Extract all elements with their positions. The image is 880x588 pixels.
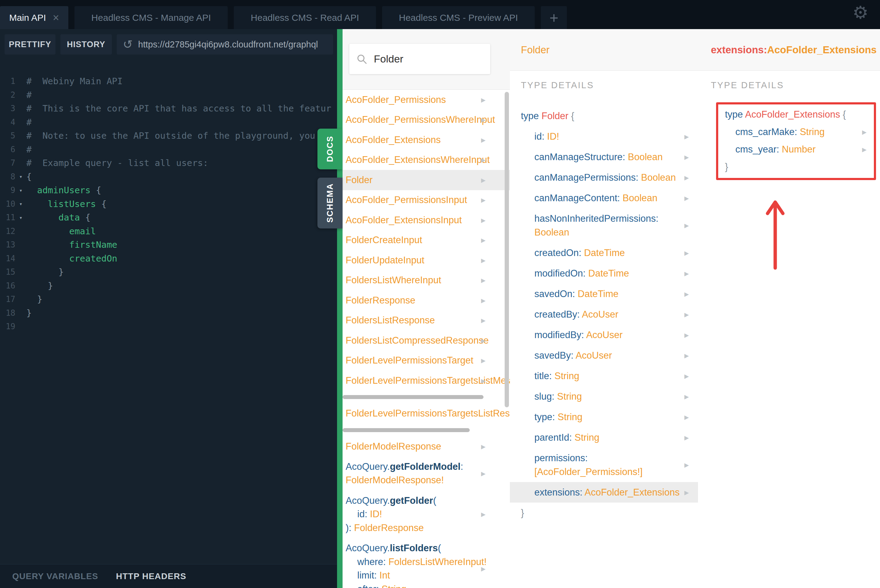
code-line[interactable]: 1# Webiny Main API (0, 74, 337, 88)
code-line[interactable]: 13 firstName (0, 238, 337, 252)
docs-list-item[interactable]: AcoFolder_PermissionsInput▶ (342, 190, 510, 210)
docs-list-item[interactable]: AcoQuery.listFolders(where: FoldersListW… (342, 538, 510, 588)
docs-side-tab[interactable]: DOCS (317, 129, 342, 170)
docs-list-item[interactable]: FolderCreateInput▶ (342, 230, 510, 250)
horizontal-scrollbar[interactable] (342, 423, 510, 436)
docs-list-item[interactable]: FoldersListResponse▶ (342, 310, 510, 331)
code-line[interactable]: 9▾ adminUsers { (0, 183, 337, 197)
code-line[interactable]: 16 } (0, 279, 337, 293)
api-tab[interactable]: Headless CMS - Read API (234, 6, 375, 29)
type-field-row[interactable]: type AcoFolder_Extensions { (718, 106, 874, 123)
prettify-button[interactable]: PRETTIFY (5, 34, 56, 54)
docs-vertical-scrollbar[interactable] (505, 92, 509, 407)
add-tab-button[interactable]: + (541, 6, 567, 29)
api-tab[interactable]: Main API× (0, 6, 68, 29)
docs-list-item[interactable]: AcoFolder_ExtensionsInput▶ (342, 210, 510, 230)
query-code-area[interactable]: 1# Webiny Main API2#3# This is the core … (0, 74, 337, 333)
line-number: 4 (0, 118, 15, 127)
query-editor-pane: PRETTIFY HISTORY ↺ 1# Webiny Main API2#3… (0, 29, 337, 588)
type-field-row[interactable]: type: String▶ (510, 407, 698, 427)
type-field-row[interactable]: modifiedOn: DateTime▶ (510, 263, 698, 284)
type-field-row[interactable]: type Folder { (510, 106, 698, 126)
docs-list-item[interactable]: FolderModelResponse▶ (342, 436, 510, 457)
type-field-row[interactable]: savedOn: DateTime▶ (510, 284, 698, 304)
type-field-row[interactable]: createdOn: DateTime▶ (510, 243, 698, 263)
code-line[interactable]: 10▾ listUsers { (0, 197, 337, 211)
docs-list-item[interactable]: FolderLevelPermissionsTargetsListRespo (342, 404, 510, 424)
docs-list-item[interactable]: FolderUpdateInput▶ (342, 250, 510, 270)
type-field-row[interactable]: slug: String▶ (510, 386, 698, 407)
code-line[interactable]: 5# Note: to use the API outside of the p… (0, 129, 337, 143)
docs-list-item[interactable]: FolderLevelPermissionsTarget▶ (342, 351, 510, 371)
type-field-row[interactable]: createdBy: AcoUser▶ (510, 304, 698, 325)
horizontal-scrollbar-thumb[interactable] (342, 395, 484, 399)
docs-list-item[interactable]: AcoFolder_Extensions▶ (342, 130, 510, 150)
query-variables-tab[interactable]: QUERY VARIABLES (12, 572, 98, 581)
horizontal-scrollbar-thumb[interactable] (342, 428, 470, 432)
type-field-row[interactable]: extensions: AcoFolder_Extensions▶ (510, 482, 698, 502)
code-line[interactable]: 7# Example query - list all users: (0, 156, 337, 170)
line-number: 1 (0, 76, 15, 86)
panel-divider[interactable] (337, 29, 342, 588)
docs-search-input[interactable] (373, 52, 483, 65)
type-field-row[interactable]: title: String▶ (510, 366, 698, 386)
docs-list-item[interactable]: AcoQuery.getFolder(id: ID!): FolderRespo… (342, 490, 510, 538)
horizontal-scrollbar[interactable] (342, 391, 510, 404)
type-field-row[interactable]: canManageStructure: Boolean▶ (510, 147, 698, 167)
type-field-row[interactable]: canManagePermissions: Boolean▶ (510, 167, 698, 188)
code-text: } (26, 280, 337, 291)
code-line[interactable]: 11▾ data { (0, 211, 337, 225)
code-line[interactable]: 2# (0, 88, 337, 102)
docs-list-item[interactable]: Folder▶ (342, 170, 510, 190)
type-field-row[interactable]: } (510, 502, 698, 523)
type-field-row[interactable]: } (718, 158, 874, 176)
endpoint-url-input[interactable] (138, 39, 327, 50)
code-line[interactable]: 6# (0, 143, 337, 156)
api-tab[interactable]: Headless CMS - Preview API (382, 6, 535, 29)
api-tab-label: Headless CMS - Manage API (91, 12, 211, 23)
type-field-row[interactable]: cms_year: Number▶ (718, 141, 874, 158)
code-line[interactable]: 19 (0, 320, 337, 333)
code-line[interactable]: 8▾{ (0, 170, 337, 184)
code-line[interactable]: 17 } (0, 292, 337, 306)
history-button[interactable]: HISTORY (60, 34, 112, 54)
type-field-row[interactable]: hasNonInheritedPermissions:Boolean▶ (510, 208, 698, 243)
docs-list-item[interactable]: FolderResponse▶ (342, 290, 510, 310)
docs-list-item[interactable]: FoldersListWhereInput▶ (342, 270, 510, 291)
folder-panel-title: Folder (510, 29, 698, 71)
tab-bar: Main API×Headless CMS - Manage APIHeadle… (0, 0, 880, 29)
docs-list-item[interactable]: AcoQuery.getFolderModel:FolderModelRespo… (342, 457, 510, 490)
refresh-icon[interactable]: ↺ (123, 39, 133, 50)
api-tab[interactable]: Headless CMS - Manage API (74, 6, 228, 29)
schema-side-tab[interactable]: SCHEMA (317, 178, 342, 228)
type-field-row[interactable]: id: ID!▶ (510, 126, 698, 147)
code-line[interactable]: 14 createdOn (0, 252, 337, 266)
code-line[interactable]: 4# (0, 116, 337, 129)
docs-list-item[interactable]: AcoFolder_Permissions▶ (342, 90, 510, 110)
code-line[interactable]: 18} (0, 306, 337, 320)
fold-caret-icon[interactable]: ▾ (15, 214, 26, 221)
fold-caret-icon[interactable]: ▾ (15, 201, 26, 207)
type-field-row[interactable]: permissions:[AcoFolder_Permissions!]▶ (510, 448, 698, 482)
type-field-row[interactable]: modifiedBy: AcoUser▶ (510, 325, 698, 345)
fold-caret-icon[interactable]: ▾ (15, 187, 26, 194)
type-field-row[interactable]: cms_carMake: String▶ (718, 123, 874, 141)
http-headers-tab[interactable]: HTTP HEADERS (116, 572, 186, 581)
type-field-row[interactable]: canManageContent: Boolean▶ (510, 188, 698, 208)
docs-search-box[interactable] (349, 44, 490, 74)
chevron-right-icon: ▶ (684, 153, 689, 160)
code-line[interactable]: 15 } (0, 265, 337, 279)
type-field-row[interactable]: savedBy: AcoUser▶ (510, 345, 698, 366)
code-line[interactable]: 12 email (0, 225, 337, 238)
type-details-label: TYPE DETAILS (711, 80, 880, 90)
code-text: # (26, 90, 337, 100)
type-field-row[interactable]: parentId: String▶ (510, 427, 698, 448)
docs-list-item[interactable]: AcoFolder_ExtensionsWhereInput▶ (342, 150, 510, 170)
code-line[interactable]: 3# This is the core API that has access … (0, 102, 337, 116)
fold-caret-icon[interactable]: ▾ (15, 173, 26, 180)
close-tab-icon[interactable]: × (53, 12, 59, 23)
docs-list-item[interactable]: FolderLevelPermissionsTargetsListMeta▶ (342, 370, 510, 391)
docs-list-item[interactable]: FoldersListCompressedResponse▶ (342, 330, 510, 351)
docs-list-item[interactable]: AcoFolder_PermissionsWhereInput▶ (342, 110, 510, 130)
settings-gear-icon[interactable]: ⚙ (852, 4, 868, 21)
